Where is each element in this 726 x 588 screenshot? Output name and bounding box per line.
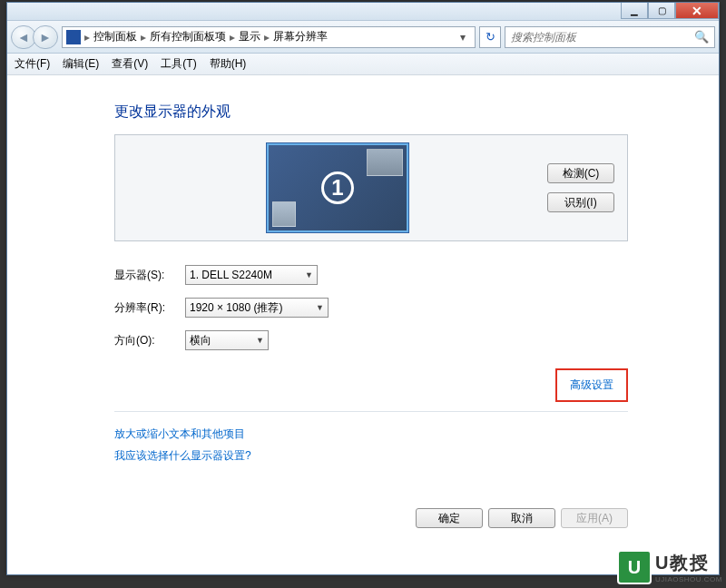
page-title: 更改显示器的外观 [114,103,628,122]
help-links: 放大或缩小文本和其他项目 我应该选择什么显示器设置? [114,423,628,466]
search-input[interactable] [511,31,694,44]
search-box[interactable]: 🔍 [505,26,715,48]
apply-button: 应用(A) [561,508,628,528]
dialog-buttons: 确定 取消 应用(A) [114,508,628,528]
content-area: 更改显示器的外观 1 检测(C) 识别(I) 显示器(S): 1. DELL S… [7,75,719,546]
control-panel-icon [66,30,81,44]
display-value: 1. DELL S2240M [190,269,272,281]
which-display-link[interactable]: 我应该选择什么显示器设置? [114,445,628,466]
resolution-value: 1920 × 1080 (推荐) [190,300,282,316]
watermark-brand: U教授 [655,551,722,575]
refresh-button[interactable]: ↻ [479,26,501,48]
advanced-settings-link[interactable]: 高级设置 [555,368,628,402]
monitor-number: 1 [321,172,354,204]
menu-tools[interactable]: 工具(T) [161,56,196,72]
identify-button[interactable]: 识别(I) [547,192,614,212]
minimize-button[interactable]: ▁ [621,3,648,19]
watermark-logo-icon [617,550,652,584]
monitor-preview: 1 检测(C) 识别(I) [114,134,628,241]
breadcrumb-sep: ▸ [228,31,237,44]
chevron-down-icon: ▼ [316,303,324,312]
maximize-button[interactable]: ▢ [648,3,675,19]
watermark-url: UJIAOSHOU.COM [655,575,722,583]
resolution-select[interactable]: 1920 × 1080 (推荐) ▼ [185,298,329,318]
detect-button[interactable]: 检测(C) [547,163,614,183]
control-panel-window: ▁ ▢ ✕ ◄ ► ▸ 控制面板 ▸ 所有控制面板项 ▸ 显示 ▸ 屏幕分辨率 … [6,2,720,575]
menu-view[interactable]: 查看(V) [112,56,148,72]
breadcrumb-root[interactable]: 控制面板 [93,29,137,44]
forward-button[interactable]: ► [33,25,58,49]
refresh-icon: ↻ [486,30,495,44]
resolution-label: 分辨率(R): [114,300,185,316]
forward-icon: ► [39,30,52,44]
breadcrumb-l4[interactable]: 屏幕分辨率 [273,29,328,44]
address-dropdown-icon[interactable]: ▾ [455,31,471,44]
breadcrumb-l3[interactable]: 显示 [239,29,260,44]
monitor-1[interactable]: 1 [267,143,408,232]
close-icon: ✕ [692,4,702,18]
separator [114,411,628,412]
preview-window-icon [272,201,296,227]
address-bar[interactable]: ▸ 控制面板 ▸ 所有控制面板项 ▸ 显示 ▸ 屏幕分辨率 ▾ [62,26,476,48]
breadcrumb-sep: ▸ [83,31,92,44]
text-size-link[interactable]: 放大或缩小文本和其他项目 [114,423,628,445]
chevron-down-icon: ▼ [305,270,313,279]
chevron-down-icon: ▼ [256,336,264,345]
preview-window-icon [367,149,403,176]
display-row: 显示器(S): 1. DELL S2240M ▼ [114,265,628,285]
maximize-icon: ▢ [658,5,666,15]
display-label: 显示器(S): [114,268,185,283]
search-icon: 🔍 [694,30,709,44]
orientation-row: 方向(O): 横向 ▼ [114,330,628,350]
breadcrumb-sep: ▸ [262,31,271,44]
menu-file[interactable]: 文件(F) [15,56,50,72]
watermark: U教授 UJIAOSHOU.COM [613,546,726,588]
titlebar: ▁ ▢ ✕ [7,3,719,21]
cancel-button[interactable]: 取消 [488,508,555,528]
breadcrumb-sep: ▸ [139,31,148,44]
orientation-value: 横向 [190,333,211,348]
orientation-label: 方向(O): [114,333,185,348]
resolution-row: 分辨率(R): 1920 × 1080 (推荐) ▼ [114,298,628,318]
display-select[interactable]: 1. DELL S2240M ▼ [185,265,318,285]
back-icon: ◄ [17,30,30,44]
menubar: 文件(F) 编辑(E) 查看(V) 工具(T) 帮助(H) [7,54,719,75]
breadcrumb-l2[interactable]: 所有控制面板项 [150,29,226,44]
ok-button[interactable]: 确定 [416,508,483,528]
orientation-select[interactable]: 横向 ▼ [185,330,269,350]
minimize-icon: ▁ [631,5,638,15]
menu-edit[interactable]: 编辑(E) [63,56,99,72]
advanced-settings-wrap: 高级设置 [114,368,628,402]
navbar: ◄ ► ▸ 控制面板 ▸ 所有控制面板项 ▸ 显示 ▸ 屏幕分辨率 ▾ ↻ 🔍 [7,21,719,54]
menu-help[interactable]: 帮助(H) [210,56,247,72]
close-button[interactable]: ✕ [675,3,719,19]
